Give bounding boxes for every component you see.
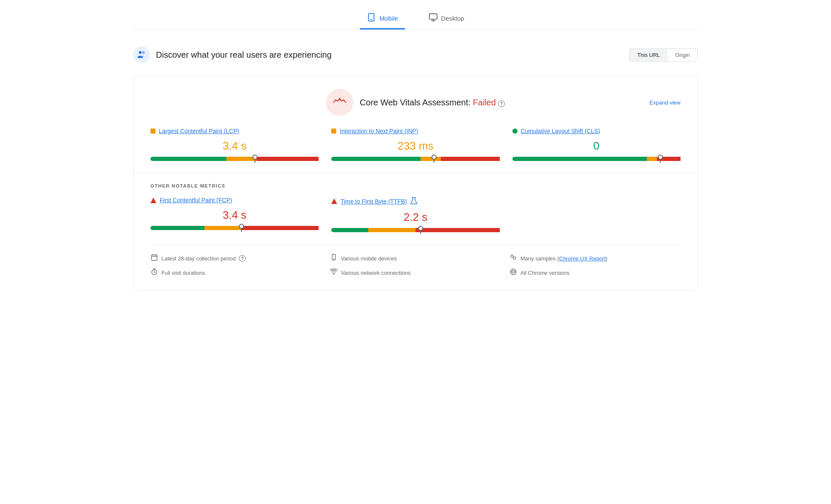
network-icon: [330, 268, 338, 277]
collection-help-icon[interactable]: ?: [239, 255, 246, 262]
inp-bar-marker: [434, 155, 434, 163]
calendar-icon: [150, 254, 158, 263]
cwv-help-icon[interactable]: ?: [498, 100, 505, 107]
footer-visit-duration: Full visit durations: [150, 268, 322, 277]
metric-fcp: First Contentful Paint (FCP) 3.4 s: [150, 197, 319, 232]
cls-bar-green: [512, 157, 647, 161]
svg-point-19: [333, 273, 334, 274]
metric-ttfb-label[interactable]: Time to First Byte (TTFB): [331, 197, 499, 206]
footer-samples-text: Many samples (Chrome UX Report): [520, 255, 608, 262]
metric-lcp-label[interactable]: Largest Contentful Paint (LCP): [150, 128, 319, 134]
footer-network-text: Various network connections: [341, 270, 410, 276]
svg-point-7: [338, 98, 340, 100]
ttfb-bar: [331, 228, 499, 232]
metric-ttfb-value: 2.2 s: [331, 211, 499, 224]
tab-desktop[interactable]: Desktop: [422, 8, 471, 29]
ttfb-bar-orange: [368, 228, 416, 232]
timer-icon: [150, 268, 158, 277]
cwv-failed-icon: [333, 97, 346, 108]
tab-mobile[interactable]: Mobile: [360, 8, 405, 29]
ttfb-bar-red: [416, 228, 500, 232]
svg-point-6: [142, 51, 145, 54]
footer-devices: Various mobile devices: [330, 254, 501, 263]
cls-bar: [512, 157, 681, 161]
footer-visit-text: Full visit durations: [161, 270, 205, 276]
desktop-icon: [429, 13, 438, 24]
footer-network: Various network connections: [330, 268, 501, 277]
cwv-status: Failed: [473, 98, 496, 107]
fcp-bar: [150, 226, 319, 230]
metric-lcp-value: 3.4 s: [150, 139, 319, 153]
cls-bar-orange: [647, 157, 657, 161]
metric-inp-value: 233 ms: [331, 139, 499, 153]
this-url-button[interactable]: This URL: [630, 49, 667, 61]
cwv-icon-wrap: [326, 89, 353, 116]
fcp-triangle-icon: [150, 198, 156, 203]
mobile-device-icon: [330, 254, 338, 263]
metric-lcp: Largest Contentful Paint (LCP) 3.4 s: [150, 128, 319, 161]
other-metrics-empty: [512, 197, 681, 232]
footer-devices-text: Various mobile devices: [341, 255, 397, 262]
fcp-bar-red: [241, 226, 319, 230]
header-section: Discover what your real users are experi…: [133, 42, 698, 67]
tab-desktop-label: Desktop: [441, 15, 464, 22]
ttfb-triangle-icon: [331, 198, 337, 204]
users-icon: [136, 49, 147, 60]
origin-button[interactable]: Origin: [667, 49, 697, 61]
samples-icon: [509, 254, 517, 263]
metric-cls: Cumulative Layout Shift (CLS) 0: [512, 128, 681, 161]
lcp-dot: [150, 129, 155, 134]
tab-mobile-label: Mobile: [379, 15, 398, 22]
inp-bar-orange: [421, 157, 441, 161]
svg-point-21: [512, 271, 515, 273]
fcp-bar-orange: [204, 226, 241, 230]
metric-fcp-label[interactable]: First Contentful Paint (FCP): [150, 197, 319, 204]
lcp-bar-red: [257, 157, 319, 161]
chrome-ux-report-link[interactable]: Chrome UX Report: [559, 255, 606, 262]
svg-point-16: [513, 257, 516, 260]
header-left: Discover what your real users are experi…: [133, 46, 332, 63]
footer-section: Latest 28-day collection period ? Variou…: [150, 245, 681, 277]
svg-point-5: [139, 51, 142, 54]
inp-bar: [331, 157, 499, 161]
metric-inp: Interaction to Next Paint (INP) 233 ms: [331, 128, 499, 161]
lcp-bar: [150, 157, 319, 161]
metric-fcp-value: 3.4 s: [150, 209, 319, 222]
other-metrics-title: OTHER NOTABLE METRICS: [150, 183, 681, 188]
cwv-title: Core Web Vitals Assessment: Failed ?: [360, 98, 505, 107]
ttfb-flask-icon: [410, 197, 417, 206]
metric-cls-label[interactable]: Cumulative Layout Shift (CLS): [512, 128, 681, 134]
svg-rect-9: [151, 255, 157, 260]
ttfb-bar-marker: [420, 226, 421, 234]
header-avatar: [133, 46, 150, 63]
inp-bar-green: [331, 157, 421, 161]
metrics-divider: [134, 173, 697, 173]
cwv-header: Core Web Vitals Assessment: Failed ? Exp…: [150, 89, 681, 116]
lcp-bar-marker: [255, 155, 255, 163]
cls-dot: [512, 129, 517, 134]
footer-chrome: All Chrome versions: [509, 268, 681, 277]
url-origin-toggle: This URL Origin: [629, 48, 698, 62]
chrome-icon: [509, 268, 517, 277]
ttfb-bar-green: [331, 228, 368, 232]
inp-bar-red: [441, 157, 500, 161]
other-metrics-grid: First Contentful Paint (FCP) 3.4 s Time …: [150, 197, 681, 232]
fcp-bar-green: [150, 226, 204, 230]
mobile-icon: [367, 13, 376, 24]
svg-point-15: [511, 255, 513, 257]
page-title: Discover what your real users are experi…: [156, 50, 332, 60]
metrics-grid: Largest Contentful Paint (LCP) 3.4 s Int…: [150, 128, 681, 161]
metric-inp-label[interactable]: Interaction to Next Paint (INP): [331, 128, 499, 134]
footer-collection-period: Latest 28-day collection period ?: [150, 254, 322, 263]
footer-collection-text: Latest 28-day collection period: [161, 255, 236, 262]
svg-rect-2: [429, 14, 437, 19]
main-card: Core Web Vitals Assessment: Failed ? Exp…: [133, 76, 698, 290]
footer-samples: Many samples (Chrome UX Report): [509, 254, 681, 263]
metric-cls-value: 0: [512, 139, 681, 153]
lcp-bar-green: [150, 157, 226, 161]
inp-dot: [331, 129, 336, 134]
expand-view-link[interactable]: Expand view: [649, 99, 681, 106]
footer-chrome-text: All Chrome versions: [520, 270, 569, 276]
fcp-bar-marker: [241, 224, 242, 232]
tab-bar: Mobile Desktop: [133, 8, 698, 29]
